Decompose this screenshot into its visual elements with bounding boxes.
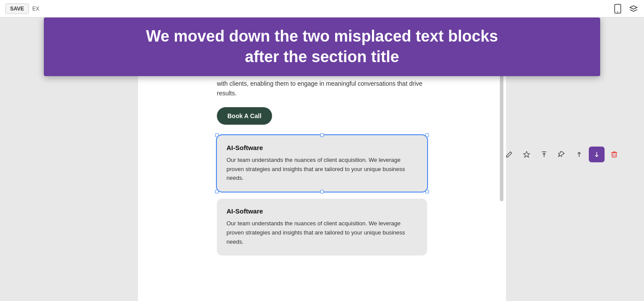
- intro-text: with clients, enabling them to engage in…: [217, 79, 427, 98]
- top-bar-icons: [612, 4, 639, 14]
- card-1-title: AI-Software: [226, 144, 418, 151]
- card-2-title: AI-Software: [226, 207, 418, 215]
- notification-text: We moved down the two misplaced text blo…: [57, 26, 587, 67]
- floating-toolbar: [501, 147, 622, 162]
- handle-top-mid: [320, 133, 324, 137]
- mobile-preview-icon[interactable]: [612, 4, 623, 14]
- pin-button[interactable]: [554, 147, 570, 162]
- canvas-area: with clients, enabling them to engage in…: [0, 18, 644, 301]
- book-call-button[interactable]: Book A Call: [217, 107, 272, 125]
- card-2-body: Our team understands the nuances of clie…: [226, 219, 418, 246]
- exit-button[interactable]: EX: [32, 6, 39, 12]
- style-button[interactable]: [519, 147, 534, 162]
- move-up-button[interactable]: [571, 147, 587, 162]
- save-button[interactable]: SAVE: [5, 4, 29, 14]
- move-top-button[interactable]: [536, 147, 552, 162]
- move-down-button[interactable]: [589, 147, 605, 162]
- handle-top-left: [215, 133, 219, 137]
- svg-rect-4: [612, 153, 616, 157]
- svg-marker-2: [524, 151, 530, 158]
- svg-point-1: [617, 11, 618, 12]
- top-bar: SAVE EX: [0, 0, 644, 18]
- edit-button[interactable]: [501, 147, 517, 162]
- scrollbar[interactable]: [500, 70, 503, 201]
- handle-top-right: [425, 133, 429, 137]
- handle-bottom-mid: [320, 190, 324, 193]
- handle-bottom-left: [215, 190, 219, 193]
- handle-bottom-right: [425, 190, 429, 193]
- card-1[interactable]: AI-Software Our team understands the nua…: [217, 135, 427, 192]
- notification-banner: We moved down the two misplaced text blo…: [44, 18, 600, 76]
- card-1-body: Our team understands the nuances of clie…: [226, 156, 418, 183]
- delete-button[interactable]: [606, 147, 622, 162]
- layers-icon[interactable]: [628, 4, 639, 14]
- card-2[interactable]: AI-Software Our team understands the nua…: [217, 199, 427, 255]
